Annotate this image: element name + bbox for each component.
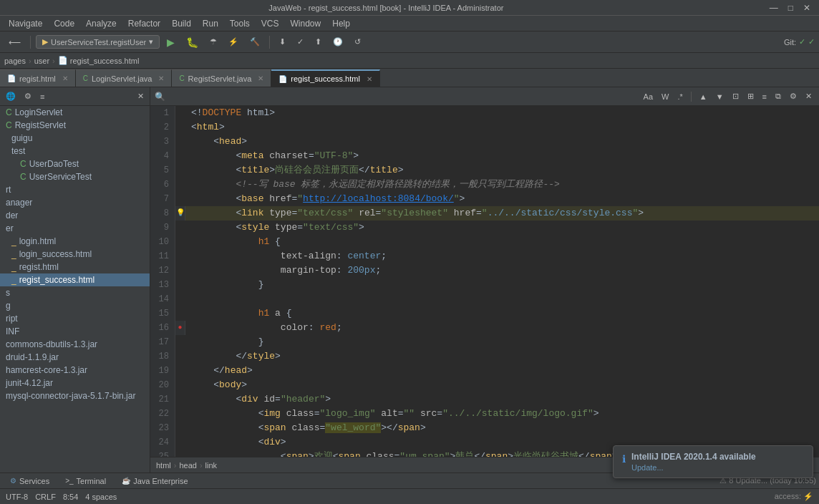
sidebar-item-regist-success[interactable]: _ regist_success.html <box>0 273 150 286</box>
line-num-2: 2 <box>150 120 175 135</box>
code-line-16: 16 ● color: red; <box>150 321 819 335</box>
menu-item-code[interactable]: Code <box>48 17 80 30</box>
run-config-dropdown[interactable]: ▶ UserServiceTest.registUser ▾ <box>36 35 160 49</box>
code-line-17: 17 } <box>150 335 819 349</box>
menu-item-build[interactable]: Build <box>166 17 197 30</box>
sidebar-item-jar2[interactable]: druid-1.1.9.jar <box>0 351 150 364</box>
tab-close-regist[interactable]: ✕ <box>62 74 68 82</box>
w-btn[interactable]: W <box>659 92 672 102</box>
notification-action[interactable]: Update... <box>631 463 804 472</box>
ed-sep <box>691 92 692 102</box>
tab-regist-success[interactable]: 📄 regist_success.html ✕ <box>271 69 380 87</box>
revert-btn[interactable]: ↺ <box>350 36 365 48</box>
code-line-14: 14 <box>150 292 819 306</box>
sidebar-globe-btn[interactable]: 🌐 <box>3 90 19 102</box>
build-btn[interactable]: 🔨 <box>246 36 264 48</box>
close-search-btn[interactable]: ✕ <box>803 91 815 102</box>
tab-close-registservlet[interactable]: ✕ <box>258 74 263 82</box>
menu-item-tools[interactable]: Tools <box>224 17 256 30</box>
menu-item-window[interactable]: Window <box>285 17 327 30</box>
vcs-update-btn[interactable]: ⬇ <box>275 36 290 48</box>
regex-btn[interactable]: .* <box>674 92 685 102</box>
notification-content: IntelliJ IDEA 2020.1.4 available Update.… <box>631 452 804 472</box>
sidebar-item-g[interactable]: g <box>0 299 150 312</box>
sidebar-item-jar5[interactable]: mysql-connector-java-5.1.7-bin.jar <box>0 389 150 402</box>
line-code-21: <div id="header"> <box>185 392 819 407</box>
sidebar-item-userdaotest[interactable]: C UserDaoTest <box>0 158 150 170</box>
nav-part-user[interactable]: user <box>34 57 49 65</box>
sidebar-settings-btn[interactable]: ⚙ <box>21 90 34 102</box>
sidebar-item-guigu[interactable]: guigu <box>0 132 150 145</box>
menu-item-run[interactable]: Run <box>197 17 224 30</box>
sidebar-collapse-btn[interactable]: ≡ <box>37 91 47 102</box>
tab-regist[interactable]: 📄 regist.html ✕ <box>0 69 76 87</box>
bottom-tab-services[interactable]: ⚙ Services <box>3 475 57 487</box>
vcs-push-btn[interactable]: ⬆ <box>311 36 326 48</box>
sidebar-item-ript[interactable]: ript <box>0 312 150 325</box>
bottom-tab-terminal[interactable]: >_ Terminal <box>58 475 113 487</box>
code-area[interactable]: 1 <!DOCTYPE html> 2 <html> 3 <head> 4 <box>150 106 819 457</box>
settings-btn[interactable]: ⚙ <box>787 91 800 102</box>
line-code-6: <!--写 base 标签，永远固定相对路径跳转的结果，一般只写到工程路径--> <box>185 178 819 192</box>
menu-item-analyze[interactable]: Analyze <box>80 17 122 30</box>
sidebar-item-userservicetest[interactable]: C UserServiceTest <box>0 170 150 183</box>
bc-head[interactable]: head <box>179 461 196 470</box>
sidebar-item-registservlet[interactable]: C RegistServlet <box>0 119 150 132</box>
next-btn[interactable]: ▼ <box>713 92 727 102</box>
vcs-commit-btn[interactable]: ✓ <box>293 36 308 48</box>
filter2-btn[interactable]: ⊞ <box>745 91 757 102</box>
tab-close-loginservlet[interactable]: ✕ <box>158 74 164 82</box>
title-bar: JavaWeb - regist_success.html [book] - I… <box>0 0 819 16</box>
nav-part-pages[interactable]: pages <box>4 57 26 65</box>
sidebar-item-inf[interactable]: INF <box>0 325 150 338</box>
sidebar-item-der[interactable]: der <box>0 209 150 222</box>
line-num-19: 19 <box>150 364 175 378</box>
aa-btn[interactable]: Aa <box>641 92 656 102</box>
sidebar-item-loginservlet[interactable]: C LoginServlet <box>0 106 150 119</box>
sidebar-item-rt[interactable]: rt <box>0 183 150 196</box>
close-btn[interactable]: ✕ <box>800 3 813 13</box>
search-icon: 🔍 <box>155 92 165 102</box>
debug-btn[interactable]: 🐛 <box>182 35 203 49</box>
sidebar-item-jar3[interactable]: hamcrest-core-1.3.jar <box>0 364 150 377</box>
bc-link[interactable]: link <box>205 461 218 470</box>
tab-close-regist-success[interactable]: ✕ <box>367 75 372 83</box>
sidebar-item-jar4[interactable]: junit-4.12.jar <box>0 377 150 389</box>
nav-part-filename[interactable]: regist_success.html <box>70 57 140 65</box>
minimize-btn[interactable]: — <box>767 3 781 13</box>
tab-registservlet[interactable]: C RegistServlet.java ✕ <box>172 69 271 87</box>
menu-item-navigate[interactable]: Navigate <box>3 17 48 30</box>
coverage-btn[interactable]: ☂ <box>205 36 221 48</box>
code-line-22: 22 <img class="logo_img" alt="" src="../… <box>150 407 819 421</box>
sidebar-item-regist[interactable]: _ regist.html <box>0 261 150 273</box>
sidebar-item-s[interactable]: s <box>0 286 150 299</box>
tab-label-registservlet: RegistServlet.java <box>188 74 252 83</box>
run-btn[interactable]: ▶ <box>163 35 179 49</box>
line-code-16: color: red; <box>185 321 819 335</box>
sidebar-item-jar1[interactable]: commons-dbutils-1.3.jar <box>0 338 150 351</box>
profile-btn[interactable]: ⚡ <box>224 36 243 48</box>
toolbar-btn-1[interactable]: ⟵ <box>4 36 25 49</box>
line-code-8: <link type="text/css" rel="stylesheet" h… <box>185 206 819 220</box>
filter3-btn[interactable]: ≡ <box>760 92 770 102</box>
sidebar-item-er[interactable]: er <box>0 222 150 235</box>
sidebar-item-login-success[interactable]: _ login_success.html <box>0 248 150 261</box>
toolbar: ⟵ ▶ UserServiceTest.registUser ▾ ▶ 🐛 ☂ ⚡… <box>0 32 819 53</box>
menu-item-refactor[interactable]: Refactor <box>122 17 166 30</box>
sidebar-close-btn[interactable]: ✕ <box>135 90 147 102</box>
bottom-tab-javaee[interactable]: ☕ Java Enterprise <box>115 475 195 487</box>
sidebar-item-test[interactable]: test <box>0 145 150 158</box>
menu-item-help[interactable]: Help <box>326 17 356 30</box>
tab-loginservlet[interactable]: C LoginServlet.java ✕ <box>76 69 173 87</box>
sidebar-item-anager[interactable]: anager <box>0 196 150 209</box>
filter1-btn[interactable]: ⊡ <box>730 91 742 102</box>
bc-html[interactable]: html <box>156 461 171 470</box>
prev-btn[interactable]: ▲ <box>697 92 710 102</box>
filter4-btn[interactable]: ⧉ <box>772 91 784 102</box>
sidebar-item-login[interactable]: _ login.html <box>0 235 150 248</box>
menu-item-vcs[interactable]: VCS <box>256 17 285 30</box>
notification-popup: ℹ IntelliJ IDEA 2020.1.4 available Updat… <box>613 445 813 478</box>
bc-sep-1: › <box>174 461 177 470</box>
maximize-btn[interactable]: □ <box>785 3 796 13</box>
history-btn[interactable]: 🕐 <box>329 36 347 48</box>
